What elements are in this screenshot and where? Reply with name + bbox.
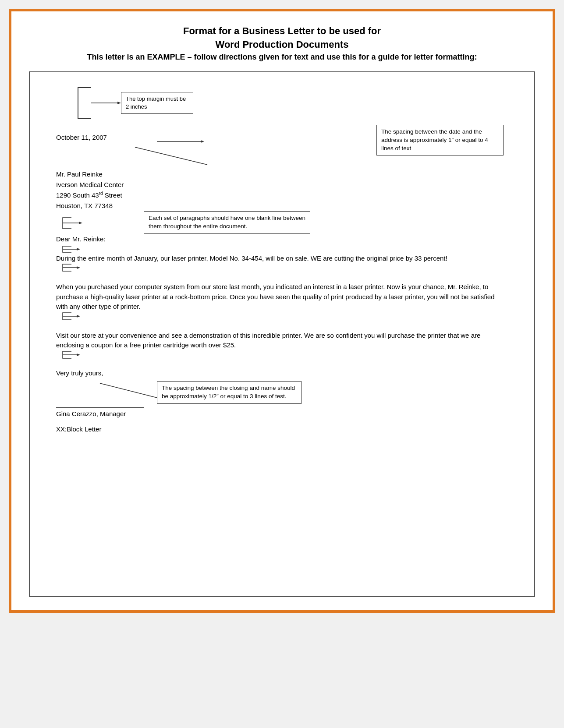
top-margin-text: The top margin must be 2 inches	[126, 95, 186, 110]
svg-marker-8	[77, 248, 80, 251]
signer-name: Gina Cerazzo, Manager	[56, 410, 508, 417]
salutation: Dear Mr. Reinke:	[56, 235, 508, 243]
svg-marker-10	[77, 266, 80, 269]
letter-date: October 11, 2007	[56, 134, 107, 141]
address-line1: Mr. Paul Reinke	[56, 169, 508, 180]
page-wrapper: Format for a Business Letter to be used …	[9, 9, 555, 613]
svg-marker-1	[117, 102, 121, 104]
salutation-body-gap	[56, 245, 508, 254]
address-line4: Houston, TX 77348	[56, 201, 508, 211]
body-para-1: During the entire month of January, our …	[56, 254, 508, 275]
spacing-arrow-svg	[56, 145, 253, 169]
header-title: Format for a Business Letter to be used …	[29, 25, 535, 52]
header: Format for a Business Letter to be used …	[29, 25, 535, 63]
body-para-3: Visit our store at your convenience and …	[56, 331, 508, 361]
letter-inner: The top margin must be 2 inches October …	[30, 72, 534, 450]
closing-text: Very truly yours,	[56, 369, 508, 377]
svg-marker-14	[77, 353, 80, 356]
header-subtitle: This letter is an EXAMPLE – follow direc…	[29, 52, 535, 63]
closing-section: Very truly yours,	[56, 369, 508, 377]
date-spacing-text: The spacing between the date and the add…	[381, 128, 488, 152]
address-bracket-svg	[56, 216, 82, 231]
top-margin-area: The top margin must be 2 inches	[56, 81, 508, 129]
title-line2: Word Production Documents	[29, 38, 535, 52]
closing-spacing-callout: The spacing between the closing and name…	[157, 381, 302, 404]
signature-line	[56, 407, 144, 408]
top-margin-callout: The top margin must be 2 inches	[121, 92, 193, 114]
address-line2: Iverson Medical Center	[56, 180, 508, 190]
paragraph-spacing-text: Each set of paragraphs should have one b…	[149, 215, 305, 230]
letter-container: The top margin must be 2 inches October …	[29, 71, 535, 597]
date-line: October 11, 2007 The spacing between the…	[56, 134, 508, 141]
paragraph-spacing-callout: Each set of paragraphs should have one b…	[144, 211, 310, 234]
body-para-2: When you purchased your computer system …	[56, 282, 508, 323]
closing-gap-area: The spacing between the closing and name…	[56, 379, 508, 405]
salutation-bracket-svg	[56, 245, 82, 254]
title-line1: Format for a Business Letter to be used …	[29, 25, 535, 38]
closing-spacing-text: The spacing between the closing and name…	[162, 385, 295, 399]
svg-marker-6	[79, 222, 82, 224]
address-salutation-gap: Each set of paragraphs should have one b…	[56, 213, 508, 235]
para1-bracket-svg	[56, 263, 82, 273]
svg-marker-3	[201, 140, 204, 143]
svg-marker-12	[77, 315, 80, 318]
svg-line-4	[135, 147, 207, 165]
address-line3: 1290 South 43rd Street	[56, 190, 508, 201]
top-margin-bracket-svg	[60, 83, 131, 123]
svg-line-15	[100, 383, 166, 400]
para3-bracket-svg	[56, 350, 82, 360]
date-spacing-callout: The spacing between the date and the add…	[376, 125, 504, 156]
reference-line: XX:Block Letter	[56, 425, 508, 433]
para2-bracket-svg	[56, 312, 82, 322]
address-block: Mr. Paul Reinke Iverson Medical Center 1…	[56, 169, 508, 211]
